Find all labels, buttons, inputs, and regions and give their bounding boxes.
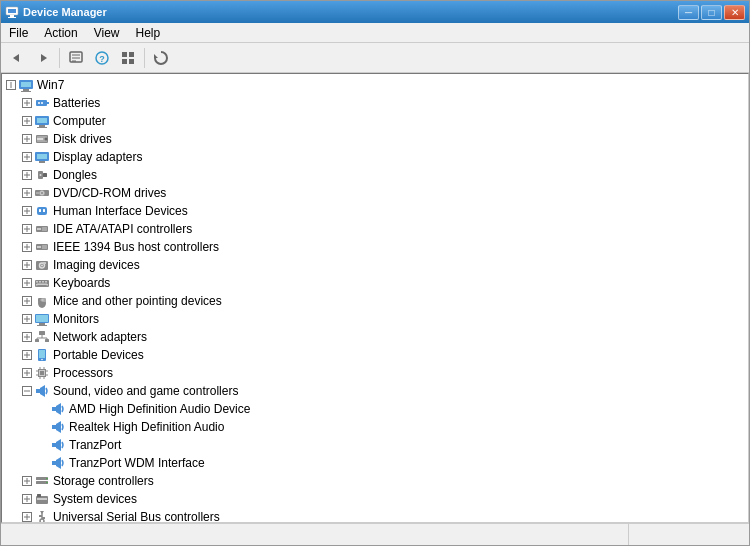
tree-realtek-audio[interactable]: Realtek High Definition Audio (34, 418, 748, 436)
svg-rect-35 (39, 125, 45, 127)
tree-display-adapters[interactable]: Display adapters (18, 148, 748, 166)
disk-icon (34, 131, 50, 147)
svg-rect-153 (52, 443, 56, 447)
svg-marker-150 (56, 403, 61, 415)
tree-batteries[interactable]: Batteries (18, 94, 748, 112)
expand-imaging[interactable] (20, 258, 34, 272)
minimize-button[interactable]: ─ (678, 5, 699, 20)
back-button[interactable] (5, 46, 29, 70)
tree-hid[interactable]: Human Interface Devices (18, 202, 748, 220)
expand-batteries[interactable] (20, 96, 34, 110)
processors-label: Processors (53, 366, 113, 380)
tree-storage[interactable]: Storage controllers (18, 472, 748, 490)
menu-help[interactable]: Help (128, 23, 169, 42)
expand-usb[interactable] (20, 510, 34, 523)
mice-label: Mice and other pointing devices (53, 294, 222, 308)
svg-rect-174 (39, 515, 42, 517)
expand-network[interactable] (20, 330, 34, 344)
tree-imaging[interactable]: Imaging devices (18, 256, 748, 274)
expand-processors[interactable] (20, 366, 34, 380)
expand-dongles[interactable] (20, 168, 34, 182)
tree-sound[interactable]: Sound, video and game controllers (18, 382, 748, 400)
toolbar-separator-2 (144, 48, 145, 68)
device-tree[interactable]: Win7 (1, 73, 749, 523)
tree-network[interactable]: Network adapters (18, 328, 748, 346)
system-devices-label: System devices (53, 492, 137, 506)
expand-hid[interactable] (20, 204, 34, 218)
view-button[interactable] (116, 46, 140, 70)
mice-icon (34, 293, 50, 309)
tranzport-icon (50, 437, 66, 453)
svg-rect-34 (37, 118, 47, 123)
tree-root-win7[interactable]: Win7 (2, 76, 748, 94)
expand-sound[interactable] (20, 384, 34, 398)
tree-mice[interactable]: Mice and other pointing devices (18, 292, 748, 310)
tree-dvd-drives[interactable]: DVD/CD-ROM drives (18, 184, 748, 202)
expand-dvd[interactable] (20, 186, 34, 200)
tree-computer[interactable]: Computer (18, 112, 748, 130)
tree-system-devices[interactable]: System devices (18, 490, 748, 508)
svg-rect-14 (122, 59, 127, 64)
svg-rect-67 (39, 209, 41, 212)
tree-tranzport-wdm[interactable]: TranzPort WDM Interface (34, 454, 748, 472)
keyboards-label: Keyboards (53, 276, 110, 290)
expand-system[interactable] (20, 492, 34, 506)
expand-monitors[interactable] (20, 312, 34, 326)
forward-button[interactable] (31, 46, 55, 70)
tree-portable-devices[interactable]: Portable Devices (18, 346, 748, 364)
svg-rect-99 (47, 284, 49, 286)
maximize-button[interactable]: □ (701, 5, 722, 20)
tree-ide[interactable]: IDE ATA/ATAPI controllers (18, 220, 748, 238)
tree-processors[interactable]: Processors (18, 364, 748, 382)
tree-usb[interactable]: Universal Serial Bus controllers (18, 508, 748, 523)
expand-display[interactable] (20, 150, 34, 164)
scan-button[interactable] (149, 46, 173, 70)
usb-icon (34, 509, 50, 523)
tree-dongles[interactable]: Dongles (18, 166, 748, 184)
hid-label: Human Interface Devices (53, 204, 188, 218)
expand-portable[interactable] (20, 348, 34, 362)
tree-monitors[interactable]: Monitors (18, 310, 748, 328)
expand-win7[interactable] (4, 78, 18, 92)
network-label: Network adapters (53, 330, 147, 344)
expand-storage[interactable] (20, 474, 34, 488)
display-icon (34, 149, 50, 165)
svg-rect-3 (8, 17, 16, 18)
tree-disk-drives[interactable]: Disk drives (18, 130, 748, 148)
monitors-label: Monitors (53, 312, 99, 326)
svg-rect-151 (52, 425, 56, 429)
menu-bar: File Action View Help (1, 23, 749, 43)
help-button[interactable]: ? (90, 46, 114, 70)
close-button[interactable]: ✕ (724, 5, 745, 20)
expand-ieee[interactable] (20, 240, 34, 254)
tree-amd-audio[interactable]: AMD High Definition Audio Device (34, 400, 748, 418)
svg-rect-27 (47, 102, 49, 104)
svg-rect-20 (21, 82, 31, 87)
storage-label: Storage controllers (53, 474, 154, 488)
svg-rect-147 (36, 389, 40, 393)
network-icon (34, 329, 50, 345)
menu-action[interactable]: Action (36, 23, 85, 42)
expand-disk[interactable] (20, 132, 34, 146)
expand-computer[interactable] (20, 114, 34, 128)
svg-rect-80 (37, 246, 41, 248)
svg-rect-155 (52, 461, 56, 465)
svg-point-87 (41, 265, 43, 267)
tree-keyboards[interactable]: Keyboards (18, 274, 748, 292)
win7-icon (18, 77, 34, 93)
svg-point-162 (46, 478, 48, 480)
computer-label: Computer (53, 114, 106, 128)
expand-ide[interactable] (20, 222, 34, 236)
properties-button[interactable] (64, 46, 88, 70)
menu-view[interactable]: View (86, 23, 128, 42)
realtek-icon (50, 419, 66, 435)
tree-tranzport[interactable]: TranzPort (34, 436, 748, 454)
svg-rect-43 (37, 138, 43, 140)
menu-file[interactable]: File (1, 23, 36, 42)
sound-icon (34, 383, 50, 399)
svg-rect-169 (37, 498, 47, 500)
tree-ieee1394[interactable]: IEEE 1394 Bus host controllers (18, 238, 748, 256)
expand-mice[interactable] (20, 294, 34, 308)
svg-rect-98 (36, 284, 38, 286)
expand-keyboards[interactable] (20, 276, 34, 290)
